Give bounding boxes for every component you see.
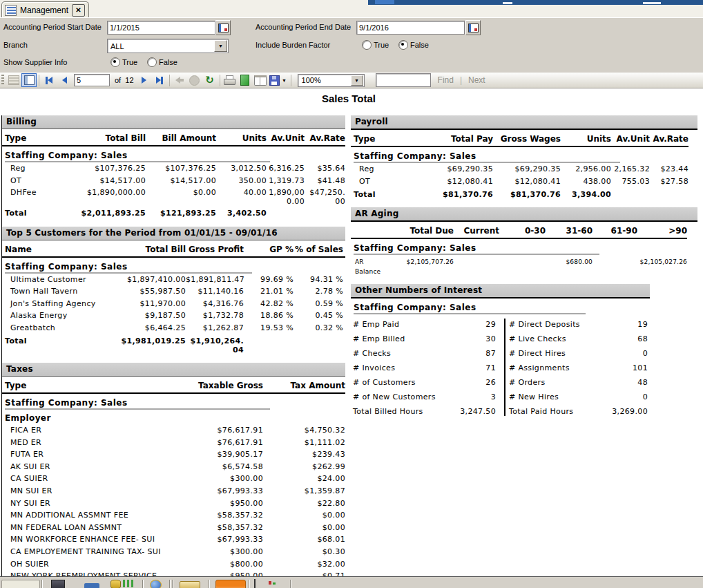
taskbar-quicklaunch-button[interactable] bbox=[1, 580, 40, 588]
cell: $76,617.91 bbox=[168, 424, 263, 437]
cell: Bill Amount bbox=[146, 133, 216, 143]
export-button[interactable]: ▼ bbox=[268, 73, 289, 87]
cell: 40.00 bbox=[216, 187, 267, 199]
document-map-toggle-button[interactable] bbox=[21, 73, 37, 87]
stat-row: # Emp Paid29# Direct Deposits19 bbox=[351, 317, 697, 332]
cell: $69,290.35 bbox=[493, 163, 561, 176]
find-input[interactable] bbox=[376, 73, 431, 87]
previous-page-icon bbox=[62, 77, 67, 84]
cell: $262.99 bbox=[263, 461, 345, 473]
cell: $68.01 bbox=[263, 533, 345, 546]
table-row: MED ER$76,617.91$1,111.02 bbox=[2, 437, 345, 449]
end-date-input[interactable] bbox=[356, 21, 465, 35]
find-link[interactable]: Find bbox=[438, 75, 454, 85]
stop-button[interactable] bbox=[187, 73, 202, 87]
cell: $41.48 bbox=[305, 175, 345, 187]
taskbar-app-icon[interactable] bbox=[123, 580, 134, 587]
cell: $800.00 bbox=[168, 558, 263, 571]
cell: DHFee bbox=[2, 187, 71, 199]
back-button[interactable] bbox=[172, 73, 187, 87]
current-page-input[interactable] bbox=[74, 74, 110, 86]
taskbar-browser-icon[interactable] bbox=[150, 580, 162, 588]
table-row: FUTA ER$39,905.17$239.43 bbox=[2, 448, 345, 461]
start-date-calendar-button[interactable] bbox=[215, 20, 231, 35]
cell: 0.59 % bbox=[293, 298, 343, 310]
taskbar-report-icon[interactable] bbox=[254, 579, 256, 588]
table-row: NY SUI ER$950.00$22.80 bbox=[2, 497, 345, 510]
stat-row: Total Billed Hours3,247.50Total Paid Hou… bbox=[351, 404, 697, 419]
burden-true-radio[interactable] bbox=[362, 40, 372, 50]
titlebar-text-fragment bbox=[503, 2, 512, 4]
cell: $2,105,707.26 bbox=[389, 257, 454, 267]
taxes-section: Taxes Type Taxable Gross Tax Amount Staf… bbox=[2, 363, 345, 588]
taskbar-folder-icon[interactable] bbox=[180, 581, 200, 588]
cell: $6,574.58 bbox=[168, 461, 263, 473]
cell: $0.30 bbox=[263, 546, 345, 558]
cell: 31-60 bbox=[546, 226, 593, 236]
refresh-button[interactable]: ↻ bbox=[202, 73, 218, 87]
cell: 30 bbox=[454, 332, 496, 346]
stat-row: # Checks87# Direct Hires0 bbox=[351, 346, 697, 361]
print-layout-button[interactable] bbox=[238, 73, 253, 87]
top5-section: Top 5 Customers for the Period from 01/0… bbox=[2, 227, 345, 355]
first-page-button[interactable] bbox=[41, 73, 57, 87]
cell: Tax Amount bbox=[263, 381, 345, 390]
report-page: Sales Total Billing Type Total Bill Bill… bbox=[0, 88, 703, 576]
cell: 3,269.00 bbox=[602, 404, 648, 419]
cell: Greatbatch bbox=[2, 322, 107, 334]
taxes-rows: FICA ER$76,617.91$4,750.32 MED ER$76,617… bbox=[2, 424, 345, 588]
cell: 3,247.50 bbox=[454, 404, 496, 419]
stat-row: # Invoices71# Assignments101 bbox=[351, 361, 697, 375]
cell: Type bbox=[2, 133, 71, 143]
cell: $1,897,410.00 bbox=[107, 274, 186, 286]
cell: # Checks bbox=[351, 346, 454, 361]
cell: Type bbox=[351, 134, 418, 144]
parameters-toggle-button[interactable] bbox=[6, 73, 21, 87]
cell: # Emp Paid bbox=[351, 317, 454, 332]
previous-page-button[interactable] bbox=[57, 73, 72, 87]
background-window-titlebar bbox=[368, 0, 703, 5]
page-setup-button[interactable] bbox=[253, 73, 268, 87]
taskbar-app-icon[interactable] bbox=[84, 583, 99, 588]
close-icon[interactable]: ✕ bbox=[72, 4, 85, 17]
toolbar-grip[interactable] bbox=[1, 75, 4, 86]
table-row: OT $14,517.00 $14,517.00 350.00 1,319.73… bbox=[2, 175, 345, 187]
cell: Av.Rate bbox=[650, 134, 688, 144]
burden-false-radio[interactable] bbox=[398, 40, 408, 50]
cell: MN FEDERAL LOAN ASSMNT bbox=[2, 522, 168, 534]
supplier-false-radio[interactable] bbox=[147, 57, 157, 67]
cell: 26 bbox=[454, 375, 496, 390]
next-page-button[interactable] bbox=[137, 73, 152, 87]
calendar-icon bbox=[218, 23, 229, 32]
find-next-link[interactable]: Next bbox=[468, 75, 485, 85]
chevron-down-icon[interactable]: ▼ bbox=[351, 75, 363, 86]
cell: 101 bbox=[602, 361, 648, 375]
cell: $107,376.25 bbox=[71, 162, 146, 175]
cell: $67,993.33 bbox=[168, 485, 263, 497]
print-button[interactable] bbox=[222, 73, 238, 87]
last-page-button[interactable] bbox=[152, 73, 167, 87]
table-row: AK SUI ER$6,574.58$262.99 bbox=[2, 461, 345, 473]
cell: CA EMPLOYEMENT TRAINING TAX- SUI bbox=[2, 546, 168, 558]
cell: $1,111.02 bbox=[263, 437, 345, 449]
cell: # Orders bbox=[509, 375, 602, 390]
taskbar-computer-icon[interactable] bbox=[51, 580, 65, 588]
cell: Town Hall Tavern bbox=[2, 285, 107, 298]
taskbar-app-icon[interactable] bbox=[215, 580, 246, 588]
start-date-input[interactable] bbox=[107, 21, 215, 35]
end-date-calendar-button[interactable] bbox=[465, 20, 481, 35]
taskbar-database-icon[interactable] bbox=[110, 580, 121, 588]
chevron-down-icon[interactable]: ▼ bbox=[214, 40, 227, 52]
stat-row: # Emp Billed30# Live Checks68 bbox=[351, 332, 697, 346]
other-numbers-section-header: Other Numbers of Interest bbox=[351, 284, 650, 298]
supplier-true-radio[interactable] bbox=[110, 57, 120, 67]
cell: # of Customers bbox=[351, 375, 454, 390]
zoom-select[interactable]: 100% ▼ bbox=[298, 74, 365, 87]
cell: Gross Profit bbox=[186, 245, 244, 254]
cell: 61-90 bbox=[593, 226, 637, 236]
cell: $0.00 bbox=[146, 187, 216, 199]
tab-management[interactable]: Management ✕ bbox=[1, 1, 89, 18]
ar-aging-section-header: AR Aging bbox=[351, 207, 697, 222]
branch-select[interactable]: ALL ▼ bbox=[107, 39, 229, 53]
document-map-icon bbox=[24, 75, 35, 85]
